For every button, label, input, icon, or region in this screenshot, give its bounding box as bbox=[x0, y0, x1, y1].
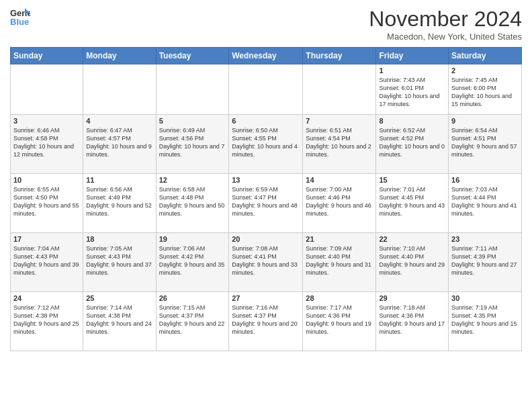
calendar-cell-5-4: 27 Sunrise: 7:16 AMSunset: 4:37 PMDaylig… bbox=[229, 292, 303, 351]
day-number: 19 bbox=[159, 235, 226, 243]
day-info: Sunrise: 7:04 AMSunset: 4:43 PMDaylight:… bbox=[13, 245, 79, 276]
header-sunday: Sunday bbox=[11, 48, 83, 64]
day-info: Sunrise: 7:08 AMSunset: 4:41 PMDaylight:… bbox=[232, 245, 298, 276]
day-info: Sunrise: 7:00 AMSunset: 4:46 PMDaylight:… bbox=[306, 186, 371, 217]
calendar-cell-3-5: 14 Sunrise: 7:00 AMSunset: 4:46 PMDaylig… bbox=[303, 174, 376, 233]
day-number: 3 bbox=[13, 117, 80, 125]
day-number: 29 bbox=[379, 294, 445, 302]
header: General Blue November 2024 Macedon, New … bbox=[10, 7, 522, 42]
day-info: Sunrise: 7:01 AMSunset: 4:45 PMDaylight:… bbox=[379, 186, 445, 217]
calendar-cell-1-3 bbox=[156, 64, 229, 115]
day-number: 21 bbox=[306, 235, 373, 243]
day-number: 18 bbox=[86, 235, 152, 243]
calendar-cell-4-3: 19 Sunrise: 7:06 AMSunset: 4:42 PMDaylig… bbox=[156, 233, 229, 292]
calendar-cell-2-4: 6 Sunrise: 6:50 AMSunset: 4:55 PMDayligh… bbox=[229, 115, 303, 174]
day-info: Sunrise: 6:50 AMSunset: 4:55 PMDaylight:… bbox=[232, 127, 298, 158]
day-number: 7 bbox=[306, 117, 373, 125]
day-info: Sunrise: 7:12 AMSunset: 4:38 PMDaylight:… bbox=[13, 304, 79, 335]
calendar-cell-4-4: 20 Sunrise: 7:08 AMSunset: 4:41 PMDaylig… bbox=[229, 233, 303, 292]
day-number: 6 bbox=[232, 117, 300, 125]
calendar-cell-1-2 bbox=[83, 64, 156, 115]
day-info: Sunrise: 7:16 AMSunset: 4:37 PMDaylight:… bbox=[232, 304, 298, 335]
day-info: Sunrise: 7:03 AMSunset: 4:44 PMDaylight:… bbox=[451, 186, 517, 217]
day-number: 2 bbox=[451, 66, 519, 75]
calendar-cell-4-7: 23 Sunrise: 7:11 AMSunset: 4:39 PMDaylig… bbox=[449, 233, 522, 292]
calendar-cell-1-7: 2 Sunrise: 7:45 AMSunset: 6:00 PMDayligh… bbox=[449, 64, 522, 115]
day-number: 28 bbox=[306, 294, 373, 302]
day-info: Sunrise: 7:06 AMSunset: 4:42 PMDaylight:… bbox=[159, 245, 225, 276]
header-friday: Friday bbox=[376, 48, 449, 64]
calendar-cell-5-7: 30 Sunrise: 7:19 AMSunset: 4:35 PMDaylig… bbox=[449, 292, 522, 351]
calendar-cell-5-3: 26 Sunrise: 7:15 AMSunset: 4:37 PMDaylig… bbox=[156, 292, 229, 351]
location: Macedon, New York, United States bbox=[369, 32, 522, 42]
week-row-5: 24 Sunrise: 7:12 AMSunset: 4:38 PMDaylig… bbox=[11, 292, 522, 351]
day-number: 15 bbox=[379, 176, 445, 184]
header-thursday: Thursday bbox=[303, 48, 376, 64]
day-info: Sunrise: 6:51 AMSunset: 4:54 PMDaylight:… bbox=[306, 127, 371, 158]
calendar-cell-4-6: 22 Sunrise: 7:10 AMSunset: 4:40 PMDaylig… bbox=[376, 233, 449, 292]
day-number: 24 bbox=[13, 294, 80, 302]
day-info: Sunrise: 6:56 AMSunset: 4:49 PMDaylight:… bbox=[86, 186, 152, 217]
calendar-cell-5-2: 25 Sunrise: 7:14 AMSunset: 4:38 PMDaylig… bbox=[83, 292, 156, 351]
calendar-cell-3-4: 13 Sunrise: 6:59 AMSunset: 4:47 PMDaylig… bbox=[229, 174, 303, 233]
svg-text:Blue: Blue bbox=[10, 17, 29, 27]
calendar-header-row: Sunday Monday Tuesday Wednesday Thursday… bbox=[11, 48, 522, 64]
month-title: November 2024 bbox=[369, 7, 522, 32]
day-number: 4 bbox=[86, 117, 152, 125]
day-number: 9 bbox=[451, 117, 519, 125]
header-wednesday: Wednesday bbox=[229, 48, 303, 64]
calendar-cell-5-5: 28 Sunrise: 7:17 AMSunset: 4:36 PMDaylig… bbox=[303, 292, 376, 351]
day-number: 10 bbox=[13, 176, 80, 184]
day-number: 23 bbox=[451, 235, 519, 243]
day-info: Sunrise: 7:09 AMSunset: 4:40 PMDaylight:… bbox=[306, 245, 371, 276]
day-info: Sunrise: 6:46 AMSunset: 4:58 PMDaylight:… bbox=[13, 127, 74, 158]
week-row-1: 1 Sunrise: 7:43 AMSunset: 6:01 PMDayligh… bbox=[11, 64, 522, 115]
calendar-table: Sunday Monday Tuesday Wednesday Thursday… bbox=[10, 47, 522, 351]
day-number: 30 bbox=[451, 294, 519, 302]
day-number: 16 bbox=[451, 176, 519, 184]
calendar-cell-1-5 bbox=[303, 64, 376, 115]
calendar-cell-3-7: 16 Sunrise: 7:03 AMSunset: 4:44 PMDaylig… bbox=[449, 174, 522, 233]
header-saturday: Saturday bbox=[449, 48, 522, 64]
day-number: 5 bbox=[159, 117, 226, 125]
calendar-cell-4-2: 18 Sunrise: 7:05 AMSunset: 4:43 PMDaylig… bbox=[83, 233, 156, 292]
day-info: Sunrise: 7:43 AMSunset: 6:01 PMDaylight:… bbox=[379, 77, 439, 107]
page: General Blue November 2024 Macedon, New … bbox=[0, 0, 532, 411]
calendar-cell-2-5: 7 Sunrise: 6:51 AMSunset: 4:54 PMDayligh… bbox=[303, 115, 376, 174]
day-number: 11 bbox=[86, 176, 152, 184]
calendar-cell-5-1: 24 Sunrise: 7:12 AMSunset: 4:38 PMDaylig… bbox=[11, 292, 83, 351]
day-info: Sunrise: 7:10 AMSunset: 4:40 PMDaylight:… bbox=[379, 245, 445, 276]
day-info: Sunrise: 6:59 AMSunset: 4:47 PMDaylight:… bbox=[232, 186, 298, 217]
calendar-cell-3-1: 10 Sunrise: 6:55 AMSunset: 4:50 PMDaylig… bbox=[11, 174, 83, 233]
calendar-cell-1-1 bbox=[11, 64, 83, 115]
day-number: 12 bbox=[159, 176, 226, 184]
day-number: 22 bbox=[379, 235, 445, 243]
calendar-cell-2-6: 8 Sunrise: 6:52 AMSunset: 4:52 PMDayligh… bbox=[376, 115, 449, 174]
week-row-2: 3 Sunrise: 6:46 AMSunset: 4:58 PMDayligh… bbox=[11, 115, 522, 174]
logo: General Blue bbox=[10, 7, 30, 27]
header-tuesday: Tuesday bbox=[156, 48, 229, 64]
calendar-cell-5-6: 29 Sunrise: 7:18 AMSunset: 4:36 PMDaylig… bbox=[376, 292, 449, 351]
calendar-cell-4-5: 21 Sunrise: 7:09 AMSunset: 4:40 PMDaylig… bbox=[303, 233, 376, 292]
day-number: 25 bbox=[86, 294, 152, 302]
day-info: Sunrise: 7:45 AMSunset: 6:00 PMDaylight:… bbox=[451, 77, 512, 107]
day-number: 27 bbox=[232, 294, 300, 302]
day-info: Sunrise: 7:17 AMSunset: 4:36 PMDaylight:… bbox=[306, 304, 371, 335]
week-row-4: 17 Sunrise: 7:04 AMSunset: 4:43 PMDaylig… bbox=[11, 233, 522, 292]
week-row-3: 10 Sunrise: 6:55 AMSunset: 4:50 PMDaylig… bbox=[11, 174, 522, 233]
calendar-cell-2-2: 4 Sunrise: 6:47 AMSunset: 4:57 PMDayligh… bbox=[83, 115, 156, 174]
calendar-cell-3-6: 15 Sunrise: 7:01 AMSunset: 4:45 PMDaylig… bbox=[376, 174, 449, 233]
day-info: Sunrise: 6:52 AMSunset: 4:52 PMDaylight:… bbox=[379, 127, 445, 158]
calendar-cell-2-3: 5 Sunrise: 6:49 AMSunset: 4:56 PMDayligh… bbox=[156, 115, 229, 174]
day-number: 13 bbox=[232, 176, 300, 184]
day-info: Sunrise: 7:15 AMSunset: 4:37 PMDaylight:… bbox=[159, 304, 225, 335]
calendar-cell-4-1: 17 Sunrise: 7:04 AMSunset: 4:43 PMDaylig… bbox=[11, 233, 83, 292]
day-info: Sunrise: 6:58 AMSunset: 4:48 PMDaylight:… bbox=[159, 186, 225, 217]
calendar-cell-1-4 bbox=[229, 64, 303, 115]
calendar-cell-2-7: 9 Sunrise: 6:54 AMSunset: 4:51 PMDayligh… bbox=[449, 115, 522, 174]
day-info: Sunrise: 7:11 AMSunset: 4:39 PMDaylight:… bbox=[451, 245, 517, 276]
day-number: 20 bbox=[232, 235, 300, 243]
day-info: Sunrise: 7:14 AMSunset: 4:38 PMDaylight:… bbox=[86, 304, 152, 335]
day-info: Sunrise: 7:05 AMSunset: 4:43 PMDaylight:… bbox=[86, 245, 152, 276]
day-number: 17 bbox=[13, 235, 80, 243]
